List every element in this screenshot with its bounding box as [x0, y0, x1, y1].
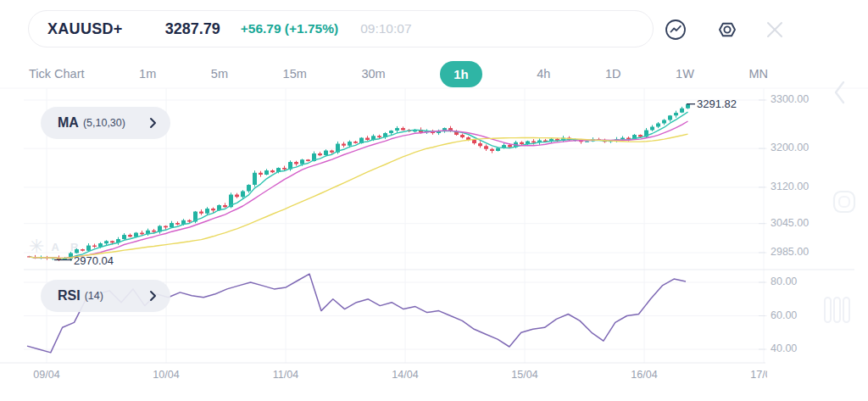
date-axis: 09/0410/0411/0414/0415/0416/0417/04 [0, 365, 767, 387]
trading-chart-app: ✳ A R XAUUSD+ 3287.79 +56.79 (+1.75%) 09… [0, 0, 868, 401]
date-label: 11/04 [260, 369, 311, 381]
chevron-right-icon [149, 290, 157, 302]
price-change: +56.79 (+1.75%) [241, 21, 338, 36]
gear-icon [715, 18, 739, 42]
close-button[interactable] [765, 20, 784, 39]
quote-time: 09:10:07 [360, 21, 411, 36]
volume-bars-button[interactable] [822, 293, 853, 329]
date-label: 14/04 [380, 369, 431, 381]
tab-5m[interactable]: 5m [211, 67, 228, 81]
tab-1w[interactable]: 1W [676, 67, 694, 81]
rsi-axis-label: 60.00 [771, 309, 797, 321]
chevron-left-icon [832, 80, 848, 105]
chevron-right-icon [149, 117, 157, 129]
date-label: 16/04 [619, 369, 670, 381]
tab-mn[interactable]: MN [748, 67, 768, 81]
tab-15m[interactable]: 15m [283, 67, 307, 81]
tab-tick-chart[interactable]: Tick Chart [29, 67, 85, 81]
tab-4h[interactable]: 4h [537, 67, 550, 81]
close-icon [765, 20, 784, 39]
low-price-annotation: 2970.04 [74, 254, 114, 267]
last-price-annotation: 3291.82 [697, 97, 737, 110]
rsi-axis-label: 40.00 [771, 343, 797, 354]
date-label: 17/04 [738, 369, 767, 381]
date-label: 10/04 [141, 369, 192, 381]
date-label: 09/04 [21, 369, 72, 381]
symbol-name: XAUUSD+ [47, 20, 123, 38]
settings-button[interactable] [715, 18, 739, 42]
tab-1h[interactable]: 1h [440, 61, 482, 87]
three-bars-icon [822, 293, 853, 326]
rsi-axis-label: 80.00 [771, 276, 797, 287]
rsi-indicator-button[interactable]: RSI (14) [41, 280, 170, 312]
timeframe-tabs: Tick Chart 1m 5m 15m 30m 1h 4h 1D 1W MN [29, 59, 768, 89]
last-price: 3287.79 [165, 20, 220, 38]
trend-circle-icon [664, 18, 687, 42]
tab-30m[interactable]: 30m [361, 67, 385, 81]
frame-tool-button[interactable] [832, 190, 856, 217]
rounded-square-icon [832, 190, 856, 214]
date-label: 15/04 [499, 369, 550, 381]
ma-label: MA [58, 115, 79, 131]
ma-params: (5,10,30) [83, 117, 125, 129]
price-axis-label: 3045.00 [771, 217, 809, 229]
collapse-panel-button[interactable] [832, 80, 848, 109]
rsi-label: RSI [58, 288, 81, 304]
price-axis-label: 3120.00 [771, 181, 809, 192]
tab-1d[interactable]: 1D [605, 67, 621, 81]
rsi-params: (14) [85, 290, 103, 302]
trend-chart-button[interactable] [664, 18, 687, 42]
quote-header: XAUUSD+ 3287.79 +56.79 (+1.75%) 09:10:07 [28, 10, 654, 47]
ma-indicator-button[interactable]: MA (5,10,30) [41, 107, 170, 139]
price-axis-label: 3200.00 [771, 142, 809, 153]
price-axis-label: 2985.00 [771, 246, 809, 258]
price-axis-label: 3300.00 [771, 93, 809, 105]
tab-1m[interactable]: 1m [139, 67, 156, 81]
